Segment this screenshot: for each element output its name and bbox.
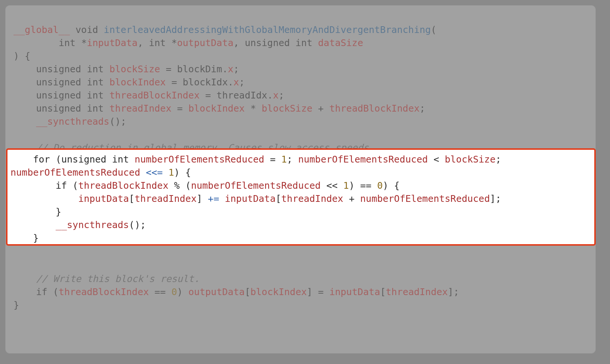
keyword-global: __global__	[13, 24, 70, 35]
code-pre-highlight: for (unsigned int numberOfElementsReduce…	[10, 153, 589, 245]
highlighted-code-region: for (unsigned int numberOfElementsReduce…	[6, 148, 596, 246]
comment-2: // Write this block's result.	[36, 273, 200, 284]
func-name: interleavedAddressingWithGlobalMemoryAnd…	[104, 24, 431, 35]
page: __global__ void interleavedAddressingWit…	[0, 0, 610, 364]
